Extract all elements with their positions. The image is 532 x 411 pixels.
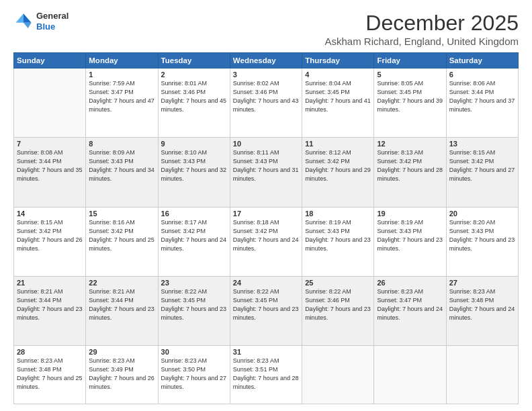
day-info: Sunrise: 8:04 AMSunset: 3:45 PMDaylight:… (305, 79, 371, 114)
day-info: Sunrise: 8:23 AMSunset: 3:48 PMDaylight:… (17, 357, 83, 392)
day-info: Sunrise: 8:23 AMSunset: 3:49 PMDaylight:… (89, 357, 154, 392)
day-header-wednesday: Wednesday (230, 53, 302, 68)
calendar-day-cell: 29Sunrise: 8:23 AMSunset: 3:49 PMDayligh… (86, 346, 158, 404)
calendar-day-cell: 2Sunrise: 8:01 AMSunset: 3:46 PMDaylight… (158, 68, 230, 138)
calendar-day-cell: 10Sunrise: 8:11 AMSunset: 3:43 PMDayligh… (230, 138, 302, 207)
calendar-day-cell: 18Sunrise: 8:19 AMSunset: 3:43 PMDayligh… (302, 207, 374, 276)
day-info: Sunrise: 8:02 AMSunset: 3:46 PMDaylight:… (233, 79, 299, 114)
svg-marker-1 (24, 22, 32, 28)
day-number: 29 (89, 348, 154, 356)
calendar-day-cell: 22Sunrise: 8:21 AMSunset: 3:44 PMDayligh… (86, 276, 158, 345)
day-number: 25 (305, 279, 371, 287)
day-number: 22 (89, 279, 154, 287)
day-number: 13 (449, 140, 515, 148)
day-info: Sunrise: 8:06 AMSunset: 3:44 PMDaylight:… (449, 79, 515, 114)
day-info: Sunrise: 8:01 AMSunset: 3:46 PMDaylight:… (161, 79, 227, 114)
calendar-day-cell: 3Sunrise: 8:02 AMSunset: 3:46 PMDaylight… (230, 68, 302, 138)
day-info: Sunrise: 8:09 AMSunset: 3:43 PMDaylight:… (89, 148, 154, 183)
day-info: Sunrise: 8:05 AMSunset: 3:45 PMDaylight:… (377, 79, 443, 114)
calendar-day-cell: 15Sunrise: 8:16 AMSunset: 3:42 PMDayligh… (86, 207, 158, 276)
day-info: Sunrise: 8:08 AMSunset: 3:44 PMDaylight:… (17, 148, 83, 183)
calendar-day-cell: 14Sunrise: 8:15 AMSunset: 3:42 PMDayligh… (14, 207, 86, 276)
day-number: 19 (377, 210, 443, 218)
day-header-saturday: Saturday (446, 53, 518, 68)
calendar-day-cell (446, 346, 518, 404)
day-number: 20 (449, 210, 515, 218)
day-number: 15 (89, 210, 154, 218)
calendar-day-cell: 20Sunrise: 8:20 AMSunset: 3:43 PMDayligh… (446, 207, 518, 276)
day-number: 31 (233, 348, 299, 356)
day-info: Sunrise: 8:18 AMSunset: 3:42 PMDaylight:… (233, 218, 299, 253)
calendar-day-cell: 16Sunrise: 8:17 AMSunset: 3:42 PMDayligh… (158, 207, 230, 276)
day-header-monday: Monday (86, 53, 158, 68)
calendar-day-cell: 23Sunrise: 8:22 AMSunset: 3:45 PMDayligh… (158, 276, 230, 345)
calendar-day-cell: 21Sunrise: 8:21 AMSunset: 3:44 PMDayligh… (14, 276, 86, 345)
calendar-header-row: SundayMondayTuesdayWednesdayThursdayFrid… (14, 53, 519, 68)
month-title: December 2025 (325, 11, 519, 36)
day-number: 24 (233, 279, 299, 287)
calendar-day-cell: 24Sunrise: 8:22 AMSunset: 3:45 PMDayligh… (230, 276, 302, 345)
day-number: 16 (161, 210, 227, 218)
svg-marker-0 (24, 13, 32, 22)
day-number: 26 (377, 279, 443, 287)
calendar-table: SundayMondayTuesdayWednesdayThursdayFrid… (13, 52, 519, 404)
day-header-tuesday: Tuesday (158, 53, 230, 68)
calendar-day-cell: 31Sunrise: 8:23 AMSunset: 3:51 PMDayligh… (230, 346, 302, 404)
day-number: 18 (305, 210, 371, 218)
day-number: 11 (305, 140, 371, 148)
day-number: 10 (233, 140, 299, 148)
day-info: Sunrise: 8:19 AMSunset: 3:43 PMDaylight:… (377, 218, 443, 253)
day-info: Sunrise: 8:20 AMSunset: 3:43 PMDaylight:… (449, 218, 515, 253)
day-number: 9 (161, 140, 227, 148)
day-info: Sunrise: 8:23 AMSunset: 3:51 PMDaylight:… (233, 357, 299, 392)
day-number: 27 (449, 279, 515, 287)
day-number: 1 (89, 71, 154, 79)
calendar-day-cell: 6Sunrise: 8:06 AMSunset: 3:44 PMDaylight… (446, 68, 518, 138)
calendar-day-cell: 7Sunrise: 8:08 AMSunset: 3:44 PMDaylight… (14, 138, 86, 207)
calendar-day-cell: 25Sunrise: 8:22 AMSunset: 3:46 PMDayligh… (302, 276, 374, 345)
calendar-day-cell: 4Sunrise: 8:04 AMSunset: 3:45 PMDaylight… (302, 68, 374, 138)
day-number: 8 (89, 140, 154, 148)
day-info: Sunrise: 8:15 AMSunset: 3:42 PMDaylight:… (17, 218, 83, 253)
day-header-friday: Friday (374, 53, 446, 68)
calendar-week-row: 28Sunrise: 8:23 AMSunset: 3:48 PMDayligh… (14, 346, 519, 404)
calendar-day-cell: 5Sunrise: 8:05 AMSunset: 3:45 PMDaylight… (374, 68, 446, 138)
day-info: Sunrise: 8:13 AMSunset: 3:42 PMDaylight:… (377, 148, 443, 183)
day-info: Sunrise: 8:23 AMSunset: 3:50 PMDaylight:… (161, 357, 227, 392)
day-number: 12 (377, 140, 443, 148)
location: Askham Richard, England, United Kingdom (325, 36, 519, 47)
calendar-day-cell: 11Sunrise: 8:12 AMSunset: 3:42 PMDayligh… (302, 138, 374, 207)
day-info: Sunrise: 8:11 AMSunset: 3:43 PMDaylight:… (233, 148, 299, 183)
day-number: 7 (17, 140, 83, 148)
calendar-week-row: 21Sunrise: 8:21 AMSunset: 3:44 PMDayligh… (14, 276, 519, 345)
day-number: 6 (449, 71, 515, 79)
day-info: Sunrise: 8:22 AMSunset: 3:45 PMDaylight:… (161, 287, 227, 322)
day-info: Sunrise: 8:16 AMSunset: 3:42 PMDaylight:… (89, 218, 154, 253)
day-info: Sunrise: 8:22 AMSunset: 3:46 PMDaylight:… (305, 287, 371, 322)
calendar-day-cell: 17Sunrise: 8:18 AMSunset: 3:42 PMDayligh… (230, 207, 302, 276)
calendar-day-cell: 19Sunrise: 8:19 AMSunset: 3:43 PMDayligh… (374, 207, 446, 276)
logo-icon (13, 11, 34, 32)
logo-text: General Blue (36, 11, 69, 32)
calendar-week-row: 14Sunrise: 8:15 AMSunset: 3:42 PMDayligh… (14, 207, 519, 276)
calendar-day-cell: 1Sunrise: 7:59 AMSunset: 3:47 PMDaylight… (86, 68, 158, 138)
calendar-day-cell: 12Sunrise: 8:13 AMSunset: 3:42 PMDayligh… (374, 138, 446, 207)
day-info: Sunrise: 8:15 AMSunset: 3:42 PMDaylight:… (449, 148, 515, 183)
day-number: 14 (17, 210, 83, 218)
svg-marker-2 (15, 13, 24, 22)
day-info: Sunrise: 8:21 AMSunset: 3:44 PMDaylight:… (89, 287, 154, 322)
day-info: Sunrise: 8:22 AMSunset: 3:45 PMDaylight:… (233, 287, 299, 322)
day-number: 3 (233, 71, 299, 79)
calendar-day-cell: 28Sunrise: 8:23 AMSunset: 3:48 PMDayligh… (14, 346, 86, 404)
day-number: 17 (233, 210, 299, 218)
calendar-day-cell (14, 68, 86, 138)
day-number: 30 (161, 348, 227, 356)
day-info: Sunrise: 8:21 AMSunset: 3:44 PMDaylight:… (17, 287, 83, 322)
calendar-day-cell (374, 346, 446, 404)
page: General Blue December 2025 Askham Richar… (0, 0, 532, 411)
calendar-day-cell (302, 346, 374, 404)
day-info: Sunrise: 7:59 AMSunset: 3:47 PMDaylight:… (89, 79, 154, 114)
day-number: 23 (161, 279, 227, 287)
header: General Blue December 2025 Askham Richar… (13, 11, 519, 47)
day-number: 21 (17, 279, 83, 287)
